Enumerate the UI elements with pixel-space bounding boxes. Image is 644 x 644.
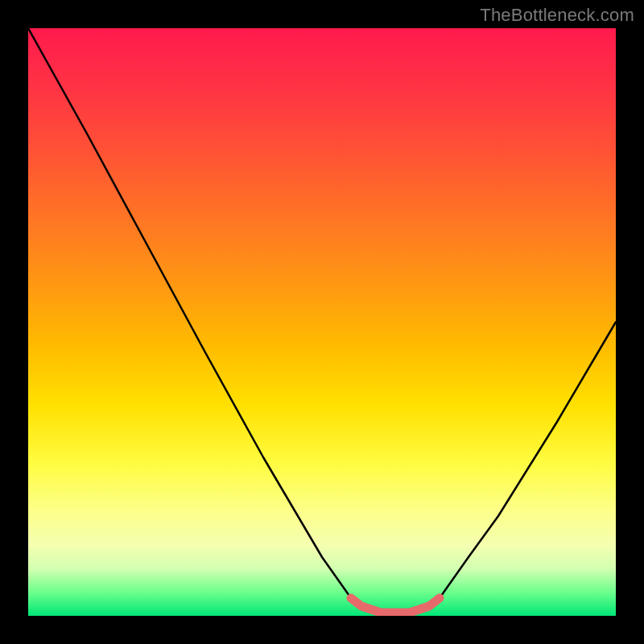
plot-area bbox=[28, 28, 616, 616]
chart-frame: TheBottleneck.com bbox=[0, 0, 644, 644]
watermark-text: TheBottleneck.com bbox=[480, 5, 634, 26]
bottleneck-curve bbox=[28, 28, 616, 613]
curve-layer bbox=[28, 28, 616, 616]
valley-highlight bbox=[351, 598, 440, 613]
